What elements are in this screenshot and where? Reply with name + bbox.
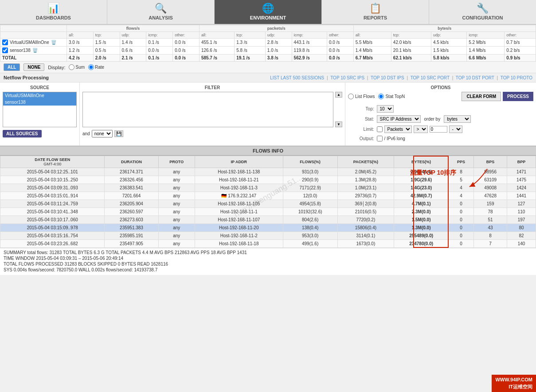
options-top: List Flows Stat TopN CLEAR FORM PROCESS: [348, 92, 533, 101]
panel-filter: FILTER ▲ ▼ and none src dst both 💾: [80, 82, 345, 145]
filter-label: FILTER: [82, 85, 342, 90]
source-list[interactable]: VirtualUSMAllInOne sensor138: [3, 92, 77, 127]
brand-line1: WWW.94IP.COM: [495, 376, 532, 383]
link-list-sessions[interactable]: LIST LAST 500 SESSIONS: [270, 75, 324, 80]
data-row-9: 2015-05-04 03:23:26..682235497.905anyHos…: [0, 240, 536, 248]
link-top10-proto[interactable]: TOP 10 PROTO: [501, 75, 532, 80]
filter-scroll-up[interactable]: ▲: [335, 92, 342, 98]
all-sources-button[interactable]: ALL SOURCES: [3, 130, 42, 137]
limit-value-input[interactable]: [430, 126, 447, 133]
nav-analysis-label: ANALYSIS: [149, 15, 173, 20]
none-button[interactable]: NONE: [23, 63, 44, 71]
nav-dashboards[interactable]: 📊 DASHBOARDS: [0, 0, 107, 24]
controls-row: ALL NONE Display: Sum Rate: [0, 62, 536, 73]
brand-line2: IT运维空间: [495, 384, 532, 390]
stat-topn-radio[interactable]: [378, 94, 384, 99]
flows-info-header: FLOWS INFO: [0, 146, 536, 156]
clear-form-button[interactable]: CLEAR FORM: [462, 92, 501, 101]
limit-op-select[interactable]: > < =: [414, 125, 428, 133]
analysis-icon: 🔍: [155, 4, 167, 13]
environment-icon: 🌐: [262, 4, 274, 13]
summary-section: SUMMARY total flows: 31283 TOTAL BYTES 6…: [0, 248, 536, 275]
netflow-title: Netflow Processing: [4, 75, 49, 80]
sum-radio-label[interactable]: Sum: [69, 64, 85, 70]
filter-scroll-down[interactable]: ▼: [335, 122, 342, 127]
order-by-select[interactable]: bytes packets flows: [444, 115, 471, 123]
nav-reports[interactable]: 📋 REPORTS: [322, 0, 429, 24]
summary-line2: TIME WINDOW 2015-05-04 03:09:31 – 2015-0…: [4, 256, 532, 261]
filter-area: ▲ ▼: [82, 92, 342, 127]
display-label: Display:: [48, 65, 65, 70]
options-grid: Top: 10 20 50 Stat: SRC IP: [348, 104, 533, 143]
order-by-label: order by: [424, 117, 441, 122]
filter-bottom: and none src dst both 💾: [82, 130, 342, 137]
filter-none-select[interactable]: none src dst both: [92, 130, 113, 137]
list-flows-label[interactable]: List Flows: [348, 94, 375, 99]
sensor1-checkbox[interactable]: [2, 39, 8, 45]
output-value-cell: / IPv6 long: [377, 134, 534, 143]
stat-topn-label[interactable]: Stat TopN: [378, 94, 405, 99]
brand-bar: WWW.94IP.COM IT运维空间: [492, 375, 536, 392]
panel-source: SOURCE VirtualUSMAllInOne sensor138 ALL …: [0, 82, 80, 145]
sensor1-trash[interactable]: 🗑️: [51, 40, 56, 45]
link-top10-dst-port[interactable]: TOP 10 DST PORT: [456, 75, 494, 80]
limit-field-select[interactable]: Packets Bytes: [384, 125, 412, 133]
netflow-links: LIST LAST 500 SESSIONS | TOP 10 SRC IPS …: [270, 75, 532, 80]
limit-checkbox[interactable]: [377, 126, 383, 132]
nav-environment[interactable]: 🌐 ENVIRONMENT: [215, 0, 322, 24]
options-row-stat: Stat: SRC IP Address DST IP Address orde…: [348, 114, 533, 124]
stat-select[interactable]: SRC IP Address DST IP Address: [377, 115, 421, 123]
th-bpp: BPP: [507, 156, 536, 168]
rate-radio[interactable]: [88, 64, 94, 70]
th-bps: BPS: [474, 156, 507, 168]
link-top10-dst-ips[interactable]: TOP 10 DST IPS: [371, 75, 404, 80]
nav-configuration[interactable]: 🔧 CONFIGURATION: [429, 0, 536, 24]
source-item-0[interactable]: VirtualUSMAllInOne: [3, 92, 76, 99]
data-row-0: 2015-05-04 03:12:25..101236174.371anyHos…: [0, 168, 536, 176]
data-row-2: 2015-05-04 03:09:31..093236383.541anyHos…: [0, 184, 536, 192]
reports-icon: 📋: [369, 4, 381, 13]
ipv6-long-label: / IPv6 long: [384, 136, 405, 141]
filter-save-icon[interactable]: 💾: [114, 130, 123, 137]
sensor2-trash[interactable]: 🗑️: [32, 48, 38, 53]
th-flows: FLOWS(%): [283, 156, 337, 168]
options-buttons: CLEAR FORM PROCESS: [462, 92, 533, 101]
data-row-7: 2015-05-04 03:15:09..978235951.383anyHos…: [0, 224, 536, 232]
link-top10-src-port[interactable]: TOP 10 SRC PORT: [411, 75, 450, 80]
data-row-6: 2015-05-04 03:10:17..060236273.603anyHos…: [0, 216, 536, 224]
options-row-limit: Limit: Packets Bytes > < =: [348, 124, 533, 134]
data-row-3: 2015-05-04 03:15:01..9147201.664any🇩🇪 17…: [0, 192, 536, 200]
nav-analysis[interactable]: 🔍 ANALYSIS: [107, 0, 215, 24]
data-table: DATE FLOW SEENGMT-4:00 DURATION PROTO IP…: [0, 156, 536, 248]
th-bytes: BYTES(%): [394, 156, 449, 168]
source-label: SOURCE: [3, 85, 77, 90]
nav-dashboards-label: DASHBOARDS: [36, 15, 71, 20]
sum-radio[interactable]: [69, 64, 74, 70]
output-checkbox[interactable]: [377, 136, 383, 141]
top-nav: 📊 DASHBOARDS 🔍 ANALYSIS 🌐 ENVIRONMENT 📋 …: [0, 0, 536, 25]
sensor-row-2: sensor138 🗑️ 1.2 /s0.5 /s0.6 /s0.0 /s0.0…: [0, 47, 536, 55]
limit-end-select[interactable]: -: [449, 125, 462, 133]
sensor-row-1: VirtualUSMAllInOne 🗑️ 3.0 /s1.5 /s1.4 /s…: [0, 39, 536, 47]
options-label: OPTIONS: [348, 85, 533, 90]
sensor2-checkbox[interactable]: [2, 47, 8, 53]
nav-reports-label: REPORTS: [364, 15, 387, 20]
data-row-5: 2015-05-04 03:10:41..348236260.597anyHos…: [0, 208, 536, 216]
list-flows-radio[interactable]: [348, 94, 354, 99]
th-date: DATE FLOW SEENGMT-4:00: [0, 156, 105, 168]
data-row-1: 2015-05-04 03:10:15..250236326.456anyHos…: [0, 176, 536, 184]
rate-radio-label[interactable]: Rate: [88, 64, 104, 70]
process-button[interactable]: PROCESS: [503, 92, 533, 101]
link-top10-src-ips[interactable]: TOP 10 SRC IPS: [330, 75, 364, 80]
source-item-1[interactable]: sensor138: [3, 99, 76, 106]
top-select[interactable]: 10 20 50: [377, 105, 394, 113]
output-label: Output:: [348, 134, 377, 143]
nav-environment-label: ENVIRONMENT: [250, 15, 286, 20]
summary-line1: SUMMARY total flows: 31283 TOTAL BYTES 6…: [4, 250, 532, 255]
filter-textarea[interactable]: [82, 92, 333, 127]
flow-type-radio-group: List Flows Stat TopN: [348, 94, 405, 99]
filter-scroll: ▲ ▼: [335, 92, 342, 127]
all-button[interactable]: ALL: [4, 63, 20, 71]
limit-label: Limit:: [348, 124, 377, 134]
flows-info-label: FLOWS INFO: [253, 148, 283, 153]
